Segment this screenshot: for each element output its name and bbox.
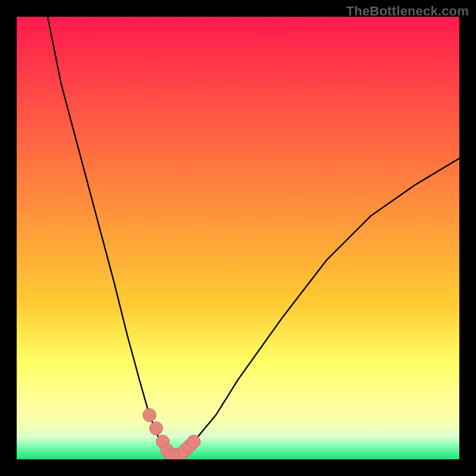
marker-point bbox=[143, 409, 156, 422]
marker-point bbox=[187, 435, 201, 448]
marker-point bbox=[149, 422, 162, 435]
chart-svg bbox=[17, 17, 459, 459]
plot-area bbox=[17, 17, 459, 459]
chart-frame: TheBottleneck.com bbox=[0, 0, 476, 476]
gradient-background bbox=[17, 17, 459, 459]
watermark-label: TheBottleneck.com bbox=[346, 4, 469, 19]
